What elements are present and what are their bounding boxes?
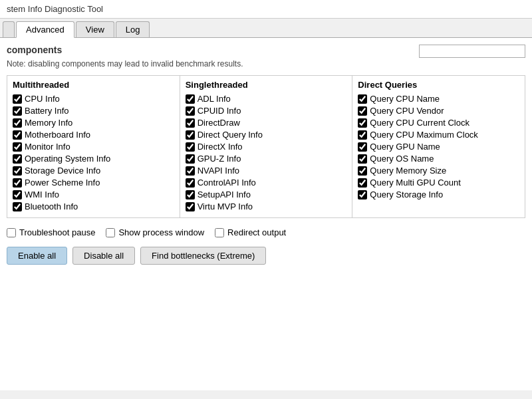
- list-item: CPU Info: [13, 94, 174, 104]
- show-process-window-label: Show process window: [118, 227, 204, 237]
- redirect-output-option[interactable]: Redirect output: [215, 227, 286, 237]
- list-item: Query CPU Maximum Clock: [358, 130, 519, 140]
- list-item: Virtu MVP Info: [186, 201, 347, 211]
- list-item: Power Scheme Info: [13, 178, 174, 188]
- checkbox-wmi-info[interactable]: [13, 190, 22, 200]
- checkbox-power-info[interactable]: [13, 178, 22, 188]
- list-item: Query CPU Current Clock: [358, 118, 519, 128]
- list-item: GPU-Z Info: [186, 154, 347, 164]
- checkbox-directdraw[interactable]: [186, 118, 195, 128]
- list-item: Query Memory Size: [358, 166, 519, 176]
- tab-advanced[interactable]: Advanced: [16, 21, 74, 38]
- checkbox-query-gpu-name[interactable]: [358, 142, 367, 152]
- checkbox-query-cpu-current-clock[interactable]: [358, 118, 367, 128]
- direct-queries-column: Direct Queries Query CPU Name Query CPU …: [352, 76, 525, 217]
- troubleshoot-pause-checkbox[interactable]: [7, 228, 16, 237]
- checkbox-adl-info[interactable]: [186, 94, 195, 104]
- checkbox-query-cpu-vendor[interactable]: [358, 106, 367, 116]
- checkbox-cpu-info[interactable]: [13, 94, 22, 104]
- list-item: Motherboard Info: [13, 130, 174, 140]
- checkbox-query-storage-info[interactable]: [358, 190, 367, 200]
- list-item: Storage Device Info: [13, 166, 174, 176]
- list-item: SetupAPI Info: [186, 190, 347, 200]
- list-item: Query CPU Name: [358, 94, 519, 104]
- checkbox-monitor-info[interactable]: [13, 142, 22, 152]
- checkbox-bluetooth-info[interactable]: [13, 202, 22, 211]
- singlethreaded-column: Singlethreaded ADL Info CPUID Info Direc…: [180, 76, 353, 217]
- list-item: DirectDraw: [186, 118, 347, 128]
- checkbox-directx-info[interactable]: [186, 142, 195, 152]
- checkbox-query-multi-gpu-count[interactable]: [358, 178, 367, 188]
- list-item: DirectX Info: [186, 142, 347, 152]
- tab-log[interactable]: Log: [116, 21, 150, 37]
- direct-queries-title: Direct Queries: [358, 80, 519, 90]
- title-text: stem Info Diagnostic Tool: [7, 4, 103, 14]
- checkbox-query-cpu-name[interactable]: [358, 94, 367, 104]
- checkbox-query-memory-size[interactable]: [358, 166, 367, 176]
- multithreaded-column: Multithreaded CPU Info Battery Info Memo…: [7, 76, 180, 217]
- tab-bar: Advanced View Log: [0, 19, 532, 38]
- checkbox-gpuz-info[interactable]: [186, 154, 195, 164]
- title-bar: stem Info Diagnostic Tool: [0, 0, 532, 19]
- list-item: Query CPU Vendor: [358, 106, 519, 116]
- checkbox-setupapi-info[interactable]: [186, 190, 195, 200]
- redirect-output-checkbox[interactable]: [215, 228, 224, 237]
- list-item: ControlAPI Info: [186, 178, 347, 188]
- tab-view[interactable]: View: [76, 21, 114, 37]
- list-item: Monitor Info: [13, 142, 174, 152]
- checkbox-battery-info[interactable]: [13, 106, 22, 116]
- tab-basic[interactable]: [3, 21, 15, 37]
- list-item: Battery Info: [13, 106, 174, 116]
- bottom-options: Troubleshoot pause Show process window R…: [7, 225, 525, 240]
- list-item: WMI Info: [13, 190, 174, 200]
- checkbox-motherboard-info[interactable]: [13, 130, 22, 140]
- list-item: Query Multi GPU Count: [358, 178, 519, 188]
- section-title: components: [7, 45, 62, 55]
- list-item: Bluetooth Info: [13, 201, 174, 211]
- checkbox-virtu-mvp-info[interactable]: [186, 202, 195, 211]
- note: Note: disabling components may lead to i…: [7, 59, 525, 68]
- disable-all-button[interactable]: Disable all: [72, 247, 135, 265]
- checkbox-storage-info[interactable]: [13, 166, 22, 176]
- list-item: CPUID Info: [186, 106, 347, 116]
- checkbox-cpuid-info[interactable]: [186, 106, 195, 116]
- list-item: NVAPI Info: [186, 166, 347, 176]
- troubleshoot-pause-option[interactable]: Troubleshoot pause: [7, 227, 95, 237]
- find-bottlenecks-button[interactable]: Find bottlenecks (Extreme): [140, 247, 266, 265]
- troubleshoot-pause-label: Troubleshoot pause: [19, 227, 95, 237]
- show-process-window-checkbox[interactable]: [106, 228, 115, 237]
- checkbox-query-cpu-max-clock[interactable]: [358, 130, 367, 140]
- checkbox-controlapi-info[interactable]: [186, 178, 195, 188]
- list-item: ADL Info: [186, 94, 347, 104]
- checkbox-os-info[interactable]: [13, 154, 22, 164]
- components-columns: Multithreaded CPU Info Battery Info Memo…: [7, 75, 525, 218]
- enable-all-button[interactable]: Enable all: [7, 247, 67, 265]
- checkbox-query-os-name[interactable]: [358, 154, 367, 164]
- list-item: Operating System Info: [13, 154, 174, 164]
- checkbox-direct-query-info[interactable]: [186, 130, 195, 140]
- redirect-output-label: Redirect output: [227, 227, 286, 237]
- list-item: Memory Info: [13, 118, 174, 128]
- action-buttons: Enable all Disable all Find bottlenecks …: [7, 247, 525, 265]
- checkbox-memory-info[interactable]: [13, 118, 22, 128]
- singlethreaded-title: Singlethreaded: [186, 80, 347, 90]
- multithreaded-title: Multithreaded: [13, 80, 174, 90]
- search-input[interactable]: [419, 45, 525, 58]
- list-item: Direct Query Info: [186, 130, 347, 140]
- show-process-window-option[interactable]: Show process window: [106, 227, 204, 237]
- list-item: Query Storage Info: [358, 190, 519, 200]
- checkbox-nvapi-info[interactable]: [186, 166, 195, 176]
- list-item: Query OS Name: [358, 154, 519, 164]
- list-item: Query GPU Name: [358, 142, 519, 152]
